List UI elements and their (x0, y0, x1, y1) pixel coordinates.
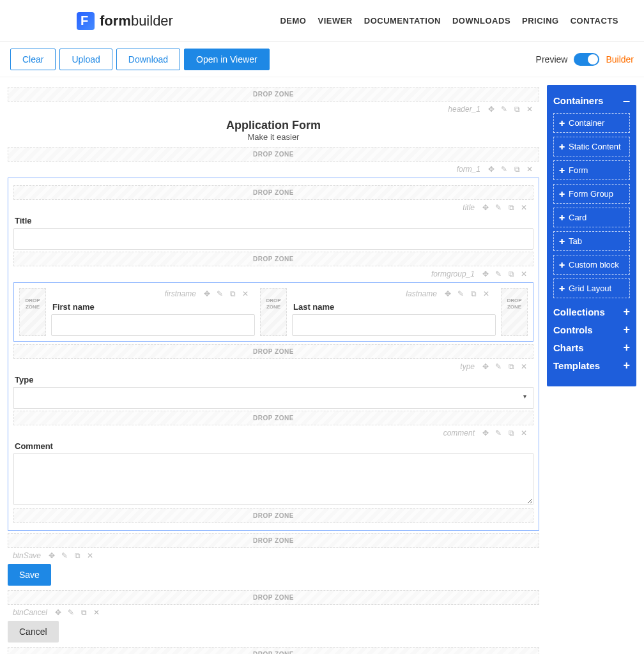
component-tab[interactable]: Tab (553, 231, 630, 251)
component-grid-layout[interactable]: Grid Layout (553, 278, 630, 298)
dropzone-vertical[interactable]: DROP ZONE (501, 288, 528, 336)
logo-text: formbuilder (100, 13, 173, 29)
page-subtitle: Make it easier (8, 132, 539, 142)
download-button[interactable]: Download (116, 49, 180, 70)
copy-icon[interactable]: ⧉ (512, 105, 521, 114)
move-icon[interactable]: ✥ (203, 289, 211, 298)
move-icon[interactable]: ✥ (481, 270, 490, 278)
form-container: DROP ZONE title ✥ ✎ ⧉ ✕ Title DROP ZONE … (8, 178, 539, 531)
lastname-label: Last name (293, 302, 496, 312)
expand-icon: + (623, 306, 630, 317)
close-icon[interactable]: ✕ (482, 289, 491, 298)
close-icon[interactable]: ✕ (525, 105, 534, 114)
edit-icon[interactable]: ✎ (494, 429, 503, 437)
close-icon[interactable]: ✕ (519, 429, 528, 437)
cancel-button[interactable]: Cancel (8, 621, 59, 643)
dropzone[interactable]: DROP ZONE (13, 508, 533, 523)
dropzone[interactable]: DROP ZONE (13, 344, 533, 359)
nav-pricing[interactable]: PRICING (522, 16, 559, 26)
copy-icon[interactable]: ⧉ (228, 289, 237, 298)
close-icon[interactable]: ✕ (519, 270, 528, 278)
component-card[interactable]: Card (553, 208, 630, 227)
copy-icon[interactable]: ⧉ (79, 608, 88, 617)
component-form-group[interactable]: Form Group (553, 184, 630, 204)
element-toolbar-firstname: firstname ✥ ✎ ⧉ ✕ (51, 288, 255, 300)
move-icon[interactable]: ✥ (54, 608, 63, 617)
dropzone[interactable]: DROP ZONE (8, 147, 539, 162)
edit-icon[interactable]: ✎ (215, 289, 224, 298)
edit-icon[interactable]: ✎ (494, 203, 503, 212)
clear-button[interactable]: Clear (10, 49, 56, 70)
comment-textarea[interactable] (13, 453, 533, 505)
dropzone[interactable]: DROP ZONE (8, 647, 539, 654)
title-input[interactable] (13, 228, 533, 250)
firstname-input[interactable] (51, 314, 255, 336)
sidebar: Containers– Container Static Content For… (547, 85, 636, 386)
close-icon[interactable]: ✕ (525, 165, 534, 174)
nav-downloads[interactable]: DOWNLOADS (452, 16, 510, 26)
edit-icon[interactable]: ✎ (494, 362, 503, 371)
edit-icon[interactable]: ✎ (500, 165, 509, 174)
element-id: btnCancel (13, 608, 47, 617)
element-toolbar-type: type ✥ ✎ ⧉ ✕ (13, 361, 533, 372)
move-icon[interactable]: ✥ (443, 289, 452, 298)
mode-toggle[interactable] (574, 53, 599, 66)
component-custom-block[interactable]: Custom block (553, 255, 630, 275)
element-toolbar-btncancel: btnCancel ✥ ✎ ⧉ ✕ (8, 607, 539, 618)
dropzone[interactable]: DROP ZONE (8, 590, 539, 605)
move-icon[interactable]: ✥ (481, 362, 490, 371)
copy-icon[interactable]: ⧉ (73, 551, 82, 560)
move-icon[interactable]: ✥ (481, 203, 490, 212)
move-icon[interactable]: ✥ (47, 551, 56, 560)
close-icon[interactable]: ✕ (241, 289, 250, 298)
component-static-content[interactable]: Static Content (553, 137, 630, 156)
copy-icon[interactable]: ⧉ (507, 429, 516, 437)
element-id: form_1 (457, 165, 480, 174)
upload-button[interactable]: Upload (59, 49, 112, 70)
nav-viewer[interactable]: VIEWER (318, 16, 352, 26)
move-icon[interactable]: ✥ (481, 429, 490, 437)
edit-icon[interactable]: ✎ (500, 105, 509, 114)
nav-contacts[interactable]: CONTACTS (571, 16, 618, 26)
dropzone-vertical[interactable]: DROP ZONE (260, 288, 287, 336)
close-icon[interactable]: ✕ (86, 551, 95, 560)
element-toolbar-btnsave: btnSave ✥ ✎ ⧉ ✕ (8, 550, 539, 561)
move-icon[interactable]: ✥ (487, 165, 496, 174)
component-container[interactable]: Container (553, 113, 630, 133)
dropzone[interactable]: DROP ZONE (13, 185, 533, 200)
logo[interactable]: formbuilder (77, 12, 173, 30)
open-viewer-button[interactable]: Open in Viewer (184, 49, 269, 70)
component-form[interactable]: Form (553, 160, 630, 180)
copy-icon[interactable]: ⧉ (512, 165, 521, 174)
edit-icon[interactable]: ✎ (494, 270, 503, 278)
nav-documentation[interactable]: DOCUMENTATION (364, 16, 441, 26)
copy-icon[interactable]: ⧉ (507, 362, 516, 371)
close-icon[interactable]: ✕ (519, 203, 528, 212)
sidebar-section-controls[interactable]: Controls+ (553, 324, 630, 335)
sidebar-section-collections[interactable]: Collections+ (553, 306, 630, 317)
type-select[interactable] (13, 387, 533, 409)
dropzone[interactable]: DROP ZONE (8, 533, 539, 548)
title-label: Title (15, 216, 533, 225)
copy-icon[interactable]: ⧉ (507, 270, 516, 278)
edit-icon[interactable]: ✎ (66, 608, 75, 617)
dropzone-vertical[interactable]: DROP ZONE (19, 288, 46, 336)
edit-icon[interactable]: ✎ (60, 551, 69, 560)
dropzone[interactable]: DROP ZONE (13, 252, 533, 266)
sidebar-section-containers[interactable]: Containers– (553, 94, 630, 107)
dropzone[interactable]: DROP ZONE (13, 411, 533, 425)
nav-demo[interactable]: DEMO (280, 16, 306, 26)
lastname-input[interactable] (292, 314, 496, 336)
sidebar-section-templates[interactable]: Templates+ (553, 360, 630, 371)
move-icon[interactable]: ✥ (487, 105, 496, 114)
sidebar-section-charts[interactable]: Charts+ (553, 342, 630, 353)
close-icon[interactable]: ✕ (92, 608, 101, 617)
close-icon[interactable]: ✕ (519, 362, 528, 371)
edit-icon[interactable]: ✎ (456, 289, 465, 298)
copy-icon[interactable]: ⧉ (507, 203, 516, 212)
dropzone[interactable]: DROP ZONE (8, 87, 539, 102)
toolbar: Clear Upload Download Open in Viewer Pre… (0, 42, 644, 77)
plus-icon (559, 142, 565, 151)
save-button[interactable]: Save (8, 564, 51, 586)
copy-icon[interactable]: ⧉ (469, 289, 478, 298)
